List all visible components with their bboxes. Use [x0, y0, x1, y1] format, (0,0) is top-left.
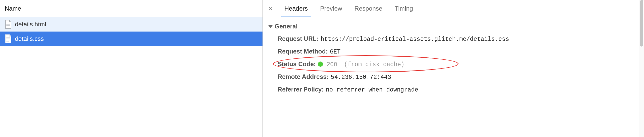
remote-address-row: Remote Address: 54.236.150.72:443 [278, 71, 641, 83]
vertical-scrollbar[interactable] [639, 0, 644, 137]
file-icon [5, 20, 12, 29]
disclosure-triangle-icon [268, 25, 273, 28]
status-indicator-wrap [318, 60, 325, 68]
status-dot-icon [318, 62, 323, 67]
file-name-label: details.html [15, 21, 46, 28]
status-code-label: Status Code: [278, 60, 316, 68]
status-code-value[interactable]: 200 [327, 61, 337, 68]
request-method-row: Request Method: GET [278, 45, 641, 58]
headers-body: General Request URL: https://preload-cri… [263, 17, 644, 137]
right-panel: Headers Preview Response Timing General … [263, 0, 644, 137]
request-url-row: Request URL: https://preload-critical-as… [278, 33, 641, 45]
tab-label: Timing [395, 5, 413, 12]
close-icon[interactable] [266, 4, 275, 13]
file-row[interactable]: details.html [0, 17, 262, 32]
tab-response[interactable]: Response [349, 0, 388, 17]
status-code-row: Status Code: 200 (from disk cache) [278, 58, 641, 71]
name-column-header-label: Name [5, 5, 21, 12]
devtools-network-panel: Name details.html [0, 0, 644, 137]
tab-headers[interactable]: Headers [279, 0, 313, 17]
request-url-value[interactable]: https://preload-critical-assets.glitch.m… [321, 36, 509, 43]
tab-label: Preview [320, 5, 342, 12]
tab-timing[interactable]: Timing [389, 0, 419, 17]
tab-preview[interactable]: Preview [315, 0, 348, 17]
name-column-header[interactable]: Name [0, 0, 262, 17]
general-section-header[interactable]: General [265, 21, 641, 33]
file-row[interactable]: details.css [0, 32, 262, 46]
general-kv-list: Request URL: https://preload-critical-as… [265, 33, 641, 96]
remote-address-value[interactable]: 54.236.150.72:443 [331, 74, 391, 81]
request-method-label: Request Method: [278, 48, 328, 55]
remote-address-label: Remote Address: [278, 73, 329, 80]
tab-label: Headers [284, 5, 308, 12]
file-icon [5, 34, 12, 43]
request-method-value[interactable]: GET [330, 49, 341, 55]
file-name-label: details.css [15, 35, 44, 42]
request-url-label: Request URL: [278, 35, 319, 42]
general-section-title: General [275, 23, 298, 30]
referrer-policy-label: Referrer Policy: [278, 86, 324, 93]
file-list: details.html details.css [0, 17, 262, 137]
left-panel: Name details.html [0, 0, 263, 137]
tab-bar: Headers Preview Response Timing [263, 0, 644, 17]
referrer-policy-row: Referrer Policy: no-referrer-when-downgr… [278, 83, 641, 96]
status-code-extra: (from disk cache) [344, 61, 404, 68]
tab-label: Response [354, 5, 382, 12]
referrer-policy-value[interactable]: no-referrer-when-downgrade [326, 87, 418, 93]
